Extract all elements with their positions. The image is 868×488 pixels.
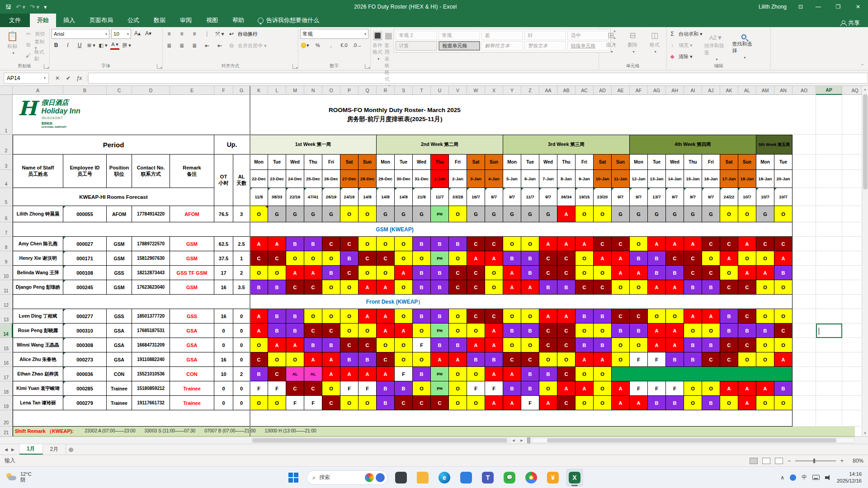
shift-cell[interactable]: B bbox=[612, 324, 630, 338]
shift-cell[interactable]: AL bbox=[286, 367, 304, 381]
shift-cell[interactable]: PH bbox=[431, 251, 449, 266]
insert-cells-button[interactable]: ⊞插入▾ bbox=[601, 29, 621, 54]
shift-cell[interactable]: F bbox=[268, 381, 286, 396]
shift-cell[interactable]: B bbox=[503, 251, 521, 266]
empty-cell[interactable] bbox=[793, 396, 816, 410]
column-header-AJ[interactable]: AJ bbox=[702, 86, 720, 95]
shift-cell[interactable]: G bbox=[413, 206, 431, 222]
shift-cell[interactable]: A bbox=[467, 338, 485, 352]
staff-name[interactable]: Belinda Wang 王萍 bbox=[13, 266, 63, 280]
shift-cell[interactable]: C bbox=[359, 338, 377, 352]
shift-cell[interactable]: C bbox=[539, 251, 557, 266]
staff-position[interactable]: GSM bbox=[107, 237, 132, 251]
shift-cell[interactable]: C bbox=[557, 367, 576, 381]
shift-cell[interactable]: A bbox=[702, 309, 720, 324]
shift-cell[interactable]: O bbox=[449, 324, 467, 338]
shift-cell[interactable]: B bbox=[521, 251, 539, 266]
empty-cell[interactable] bbox=[816, 352, 842, 367]
search-avatar[interactable] bbox=[376, 473, 385, 482]
shift-cell[interactable]: A bbox=[268, 338, 286, 352]
staff-remark[interactable]: GSA bbox=[170, 338, 214, 352]
shift-cell[interactable]: O bbox=[576, 367, 594, 381]
shift-cell[interactable]: O bbox=[449, 367, 467, 381]
shift-cell[interactable]: B bbox=[431, 280, 449, 295]
column-header-N[interactable]: N bbox=[304, 86, 322, 95]
shift-cell[interactable]: O bbox=[756, 251, 774, 266]
staff-contact[interactable]: 19117661732 bbox=[132, 396, 170, 410]
shift-cell[interactable]: A bbox=[594, 251, 612, 266]
empty-cell[interactable] bbox=[793, 280, 816, 295]
sheet-tab-2月[interactable]: 2月 bbox=[43, 444, 66, 455]
shift-cell[interactable]: B bbox=[648, 251, 666, 266]
staff-name[interactable]: Django Peng 彭瑔皓 bbox=[13, 280, 63, 295]
column-header-V[interactable]: V bbox=[449, 86, 467, 95]
shift-cell[interactable]: O bbox=[359, 324, 377, 338]
staff-name[interactable]: Amy Chen 陈孔燕 bbox=[13, 237, 63, 251]
staff-contact[interactable]: 16684731209 bbox=[132, 338, 170, 352]
shift-cell[interactable]: O bbox=[268, 396, 286, 410]
staff-position[interactable]: GSM bbox=[107, 280, 132, 295]
column-header-AA[interactable]: AA bbox=[539, 86, 557, 95]
column-header-E[interactable]: E bbox=[170, 86, 214, 95]
column-header-AO[interactable]: AO bbox=[793, 86, 816, 95]
shift-cell[interactable]: B bbox=[521, 381, 539, 396]
tab-公式[interactable]: 公式 bbox=[120, 14, 146, 27]
shift-cell[interactable]: A bbox=[485, 396, 503, 410]
column-header-X[interactable]: X bbox=[485, 86, 503, 95]
staff-name[interactable]: Winni Wang 王晶晶 bbox=[13, 338, 63, 352]
style-解释性文本[interactable]: 解释性文本 bbox=[481, 41, 523, 51]
shift-cell[interactable]: C bbox=[720, 352, 738, 367]
shift-cell[interactable]: A bbox=[377, 367, 395, 381]
staff-position[interactable]: GSM bbox=[107, 251, 132, 266]
align-top-icon[interactable]: ≡ bbox=[165, 29, 174, 38]
staff-al[interactable]: 2 bbox=[233, 266, 250, 280]
row-header-12[interactable]: 12 bbox=[0, 295, 13, 309]
column-header-Y[interactable]: Y bbox=[503, 86, 521, 95]
empty-cell[interactable] bbox=[793, 135, 816, 155]
shift-cell[interactable]: B bbox=[304, 237, 322, 251]
shift-cell[interactable]: C bbox=[467, 237, 485, 251]
shift-cell[interactable]: C bbox=[431, 396, 449, 410]
phonetic-icon[interactable]: 拼 ▾ bbox=[122, 41, 131, 50]
shift-cell[interactable]: B bbox=[340, 352, 359, 367]
staff-remark[interactable]: GSM bbox=[170, 280, 214, 295]
sheet-nav-next-icon[interactable]: ▶ bbox=[11, 447, 14, 452]
row-header-3[interactable]: 3 bbox=[0, 155, 13, 170]
staff-name[interactable]: Alice Zhu 朱春艳 bbox=[13, 352, 63, 367]
shift-cell[interactable]: PH bbox=[431, 206, 449, 222]
staff-position[interactable]: Trainee bbox=[107, 381, 132, 396]
empty-cell[interactable] bbox=[816, 266, 842, 280]
shift-cell[interactable]: C bbox=[322, 324, 340, 338]
shift-cell[interactable]: C bbox=[521, 352, 539, 367]
shift-cell[interactable]: B bbox=[286, 324, 304, 338]
shift-cell[interactable]: O bbox=[756, 352, 774, 367]
staff-ot[interactable]: 62.5 bbox=[214, 237, 233, 251]
shift-cell[interactable]: A bbox=[467, 251, 485, 266]
column-header-T[interactable]: T bbox=[413, 86, 431, 95]
staff-name[interactable]: Ethan Zhao 赵梓淇 bbox=[13, 367, 63, 381]
tab-审阅[interactable]: 审阅 bbox=[173, 14, 199, 27]
shift-cell[interactable]: B bbox=[304, 338, 322, 352]
row-header-1[interactable]: 1 bbox=[0, 95, 13, 135]
shift-cell[interactable]: O bbox=[359, 237, 377, 251]
empty-cell[interactable] bbox=[816, 338, 842, 352]
conditional-format-button[interactable]: 🔳条件格式▾ bbox=[373, 29, 382, 61]
shift-cell[interactable]: C bbox=[576, 280, 594, 295]
shift-cell[interactable]: A bbox=[539, 396, 557, 410]
shift-cell[interactable]: B bbox=[431, 338, 449, 352]
shift-cell[interactable]: B bbox=[359, 352, 377, 367]
staff-name[interactable]: Lven Ding 丁相斌 bbox=[13, 309, 63, 324]
volume-icon[interactable] bbox=[825, 475, 831, 480]
staff-emp-id[interactable]: 000285 bbox=[63, 381, 107, 396]
shift-cell[interactable]: C bbox=[449, 266, 467, 280]
staff-remark[interactable]: GSS TF GSM bbox=[170, 266, 214, 280]
column-header-AC[interactable]: AC bbox=[576, 86, 594, 95]
pane-splitter[interactable] bbox=[527, 437, 530, 443]
row-header-17[interactable]: 17 bbox=[0, 367, 13, 381]
shift-cell[interactable]: A bbox=[666, 338, 684, 352]
number-dialog-launcher-icon[interactable] bbox=[365, 64, 369, 69]
empty-cell[interactable] bbox=[816, 95, 842, 135]
empty-cell[interactable] bbox=[816, 188, 842, 206]
shift-cell[interactable]: O bbox=[576, 396, 594, 410]
shift-cell[interactable]: C bbox=[557, 266, 576, 280]
